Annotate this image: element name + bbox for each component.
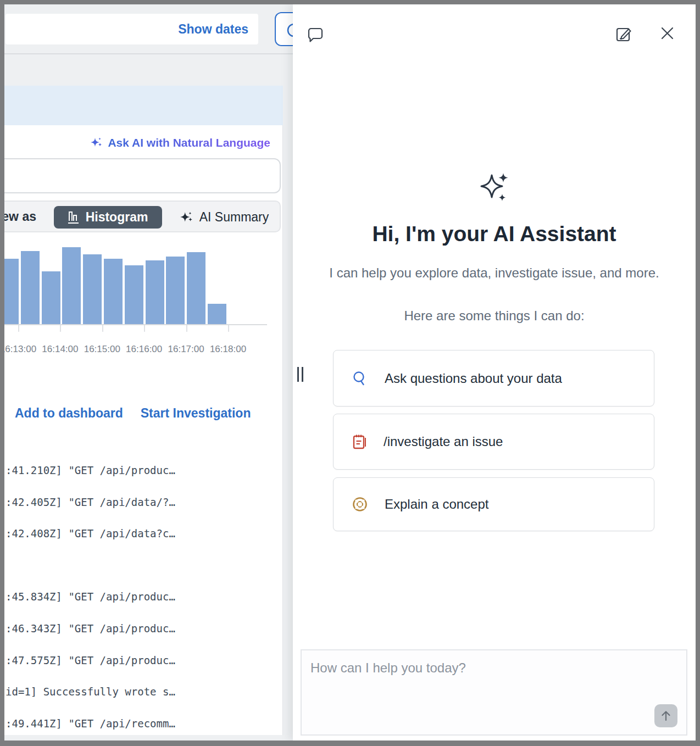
tab-ai-summary-label: AI Summary	[199, 210, 269, 225]
x-axis-tick	[228, 325, 229, 332]
tab-histogram-label: Histogram	[86, 210, 148, 225]
lifebuoy-icon	[352, 496, 368, 513]
log-line[interactable]: id=1] Successfully wrote s…	[5, 686, 175, 700]
log-line[interactable]: :42.408Z] "GET /api/data?c…	[5, 527, 175, 542]
log-line[interactable]: :49.441Z] "GET /api/recomm…	[5, 717, 175, 732]
histogram-bar[interactable]	[62, 247, 81, 324]
suggestion-investigate[interactable]: /investigate an issue	[333, 414, 654, 470]
log-line[interactable]: :46.343Z] "GET /api/produc…	[5, 622, 175, 637]
log-line[interactable]: :45.834Z] "GET /api/produc…	[5, 591, 175, 605]
log-line[interactable]: :41.210Z] "GET /api/produc…	[5, 464, 175, 478]
histogram-bar[interactable]	[125, 265, 143, 324]
new-chat-icon[interactable]	[615, 25, 632, 43]
add-to-dashboard-link[interactable]: Add to dashboard	[15, 406, 123, 421]
histogram-bar[interactable]	[104, 259, 123, 324]
view-as-tabbar: View as Histogram AI Summary	[4, 201, 281, 232]
tab-ai-summary[interactable]: AI Summary	[170, 206, 278, 229]
x-axis-tick	[102, 325, 103, 332]
ask-ai-link[interactable]: Ask AI with Natural Language	[4, 135, 270, 151]
x-axis-tick	[18, 325, 19, 332]
histogram-bar[interactable]	[4, 259, 19, 324]
assistant-subtitle-2: Here are some things I can do:	[321, 305, 668, 326]
ask-ai-label: Ask AI with Natural Language	[108, 136, 270, 149]
log-line[interactable]: :47.575Z] "GET /api/produc…	[5, 654, 175, 669]
chart-actions: Add to dashboard Start Investigation	[15, 406, 251, 421]
divider	[4, 53, 293, 54]
sparkle-icon	[180, 210, 194, 225]
histogram-bar[interactable]	[83, 254, 102, 324]
histogram-bar[interactable]	[21, 251, 40, 324]
close-panel-icon[interactable]	[660, 26, 675, 41]
histogram-bar[interactable]	[166, 257, 185, 324]
tab-histogram[interactable]: Histogram	[54, 206, 162, 229]
notepad-icon	[352, 433, 367, 450]
histogram-bar[interactable]	[42, 271, 60, 324]
suggestion-explain[interactable]: Explain a concept	[333, 477, 654, 531]
chat-input[interactable]	[302, 650, 686, 734]
suggestion-label: Ask questions about your data	[385, 371, 562, 386]
log-volume-histogram	[4, 241, 275, 324]
toolbar: Show dates	[5, 14, 258, 44]
start-investigation-link[interactable]: Start Investigation	[141, 406, 251, 421]
ai-assistant-panel: Hi, I'm your AI Assistant I can help you…	[293, 4, 696, 741]
x-axis-tick	[144, 325, 145, 332]
view-as-label: View as	[4, 209, 36, 224]
panel-resize-handle[interactable]	[297, 367, 304, 382]
search-icon	[352, 370, 368, 387]
app-screen: Show dates Ask AI with Natural Language …	[4, 4, 696, 741]
x-axis-tick-label: 16:18:00	[203, 344, 253, 355]
show-dates-button[interactable]: Show dates	[178, 22, 248, 37]
histogram-icon	[68, 211, 80, 224]
arrow-up-icon	[659, 709, 673, 723]
chat-input-container	[301, 649, 687, 736]
histogram-bar[interactable]	[187, 252, 205, 324]
assistant-title: Hi, I'm your AI Assistant	[293, 222, 696, 246]
histogram-bar[interactable]	[208, 304, 226, 324]
assistant-subtitle: I can help you explore data, investigate…	[321, 263, 668, 283]
suggestion-label: /investigate an issue	[384, 434, 503, 449]
info-banner	[4, 86, 283, 125]
sparkle-icon	[90, 136, 103, 149]
x-axis-tick	[60, 325, 61, 332]
suggestion-label: Explain a concept	[385, 497, 488, 512]
send-button[interactable]	[654, 704, 677, 727]
suggestion-ask-questions[interactable]: Ask questions about your data	[333, 350, 654, 407]
x-axis-tick	[186, 325, 187, 332]
assistant-sparkle-icon	[293, 172, 696, 210]
chat-history-icon[interactable]	[307, 26, 324, 44]
query-input[interactable]	[4, 158, 281, 193]
histogram-bar[interactable]	[146, 260, 164, 324]
log-line[interactable]: :42.405Z] "GET /api/data/?…	[5, 496, 175, 510]
